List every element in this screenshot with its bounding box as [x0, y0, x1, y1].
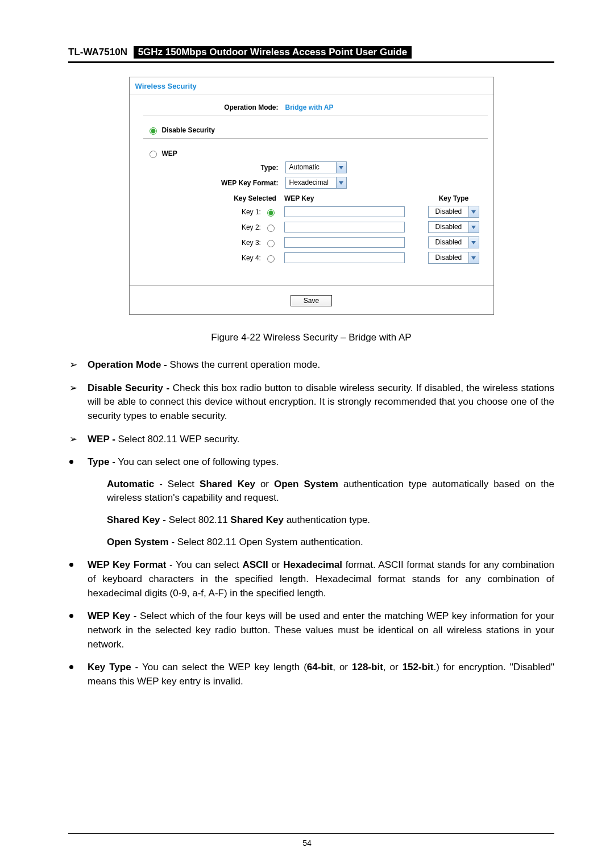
chevron-down-icon	[468, 206, 479, 217]
format-label: WEP Key Format:	[143, 179, 285, 187]
key4[interactable]: Key 4:	[143, 254, 276, 263]
list-item: WEP - Select 802.11 WEP security.	[68, 433, 554, 447]
disable-security-label: Disable Security	[162, 126, 215, 134]
type-label: Type:	[143, 164, 285, 172]
format-select[interactable]: Hexadecimal	[285, 177, 347, 189]
key3-type-select[interactable]: Disabled	[428, 236, 479, 248]
panel-title: Wireless Security	[130, 77, 493, 93]
chevron-down-icon	[468, 222, 479, 232]
wep-key-table: Key Selected WEP Key Key Type Key 1: Dis…	[143, 194, 488, 264]
table-row: Key 2: Disabled	[143, 221, 488, 233]
figure-caption: Figure 4-22 Wireless Security – Bridge w…	[68, 332, 554, 343]
bullet-list: Type - You can select one of following t…	[68, 455, 554, 688]
wireless-security-panel: Wireless Security Operation Mode: Bridge…	[129, 77, 494, 315]
wep-radio[interactable]	[150, 151, 157, 158]
header-rule	[68, 61, 554, 63]
subpara: Automatic - Select Shared Key or Open Sy…	[107, 477, 554, 505]
format-row: WEP Key Format: Hexadecimal	[143, 177, 488, 189]
subpara: Open System - Select 802.11 Open System …	[107, 535, 554, 550]
chevron-down-icon	[468, 252, 479, 263]
operation-mode-label: Operation Mode:	[143, 103, 285, 111]
type-select[interactable]: Automatic	[285, 161, 347, 173]
list-item: Type - You can select one of following t…	[68, 455, 554, 549]
key4-radio[interactable]	[267, 255, 275, 263]
operation-mode-value: Bridge with AP	[285, 103, 334, 111]
list-item: Key Type - You can select the WEP key le…	[68, 661, 554, 688]
footer-rule	[68, 833, 554, 834]
key2-input[interactable]	[284, 222, 405, 232]
chevron-down-icon	[468, 237, 479, 248]
key2[interactable]: Key 2:	[143, 223, 276, 232]
disable-security-radio[interactable]	[150, 127, 157, 135]
col-key-type: Key Type	[420, 194, 487, 202]
subpara: Shared Key - Select 802.11 Shared Key au…	[107, 513, 554, 528]
disable-security-option[interactable]: Disable Security	[147, 126, 488, 135]
type-row: Type: Automatic	[143, 161, 488, 173]
save-button[interactable]: Save	[291, 295, 332, 306]
panel-hr-2	[143, 138, 488, 139]
model-code: TL-WA7510N	[68, 47, 131, 57]
save-wrap: Save	[130, 289, 493, 314]
key3[interactable]: Key 3:	[143, 238, 276, 247]
panel-hr-top	[130, 94, 493, 94]
wep-option[interactable]: WEP	[147, 149, 488, 158]
panel-hr-bottom	[130, 285, 493, 286]
key3-radio[interactable]	[267, 240, 275, 247]
panel-hr-1	[143, 115, 488, 115]
page-number: 54	[0, 838, 614, 848]
doc-title: 5GHz 150Mbps Outdoor Wireless Access Poi…	[134, 46, 412, 59]
list-item: WEP Key - Select which of the four keys …	[68, 609, 554, 651]
wep-key-header: Key Selected WEP Key Key Type	[143, 194, 488, 202]
key1-radio[interactable]	[267, 209, 275, 217]
page: TL-WA7510N 5GHz 150Mbps Outdoor Wireless…	[0, 0, 614, 868]
key1[interactable]: Key 1:	[143, 207, 276, 217]
panel-body: Operation Mode: Bridge with AP Disable S…	[130, 98, 493, 284]
type-select-value: Automatic	[286, 162, 336, 173]
operation-mode-row: Operation Mode: Bridge with AP	[143, 103, 488, 111]
key2-radio[interactable]	[267, 225, 275, 232]
col-wep-key: WEP Key	[284, 194, 420, 202]
doc-header: TL-WA7510N 5GHz 150Mbps Outdoor Wireless…	[68, 47, 554, 58]
list-item: Operation Mode - Shows the current opera…	[68, 358, 554, 372]
arrow-list: Operation Mode - Shows the current opera…	[68, 358, 554, 446]
key2-type-select[interactable]: Disabled	[428, 221, 479, 233]
key3-input[interactable]	[284, 237, 405, 248]
table-row: Key 4: Disabled	[143, 252, 488, 264]
list-item: WEP Key Format - You can select ASCII or…	[68, 558, 554, 600]
content: Operation Mode - Shows the current opera…	[68, 358, 554, 689]
list-item: Disable Security - Check this box radio …	[68, 381, 554, 423]
key1-type-select[interactable]: Disabled	[428, 206, 479, 218]
col-key-selected: Key Selected	[143, 194, 284, 202]
key4-input[interactable]	[284, 252, 405, 263]
table-row: Key 1: Disabled	[143, 206, 488, 218]
chevron-down-icon	[336, 162, 346, 173]
key1-input[interactable]	[284, 206, 405, 217]
wep-label: WEP	[162, 149, 177, 157]
table-row: Key 3: Disabled	[143, 236, 488, 248]
chevron-down-icon	[336, 177, 346, 188]
key4-type-select[interactable]: Disabled	[428, 252, 479, 264]
format-select-value: Hexadecimal	[286, 177, 336, 188]
